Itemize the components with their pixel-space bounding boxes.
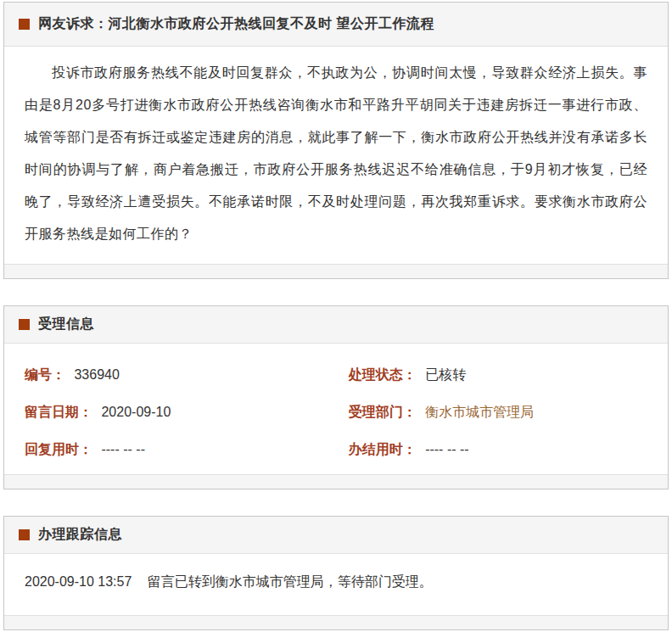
section-bullet-icon — [19, 19, 30, 30]
ticket-number-value: 336940 — [74, 367, 119, 382]
tracking-entry: 2020-09-10 13:57 留言已转到衡水市城市管理局，等待部门受理。 — [25, 573, 647, 591]
tracking-entry-time: 2020-09-10 13:57 — [25, 574, 132, 589]
completion-duration-label: 办结用时： — [349, 442, 417, 456]
processing-status-value: 已核转 — [425, 367, 466, 382]
complaint-card-body: 投诉市政府服务热线不能及时回复群众，不执政为公，协调时间太慢，导致群众经济上损失… — [4, 47, 668, 264]
field-accepting-department: 受理部门： 衡水市城市管理局 — [349, 403, 647, 422]
complaint-text: 投诉市政府服务热线不能及时回复群众，不执政为公，协调时间太慢，导致群众经济上损失… — [25, 57, 647, 250]
field-reply-duration: 回复用时： ---- -- -- — [25, 440, 349, 459]
acceptance-card-footer — [4, 474, 668, 489]
reply-duration-value: ---- -- -- — [101, 442, 145, 456]
tracking-entry-text: 留言已转到衡水市城市管理局，等待部门受理。 — [148, 574, 433, 589]
complaint-card-header: 网友诉求：河北衡水市政府公开热线回复不及时 望公开工作流程 — [4, 3, 668, 47]
complaint-title: 网友诉求：河北衡水市政府公开热线回复不及时 望公开工作流程 — [38, 15, 434, 33]
tracking-card-body: 2020-09-10 13:57 留言已转到衡水市城市管理局，等待部门受理。 — [4, 554, 668, 615]
section-bullet-icon — [19, 529, 30, 540]
ticket-number-label: 编号： — [25, 367, 65, 382]
accepting-department-link[interactable]: 衡水市城市管理局 — [425, 405, 534, 419]
tracking-card-header: 办理跟踪信息 — [4, 517, 668, 554]
field-message-date: 留言日期： 2020-09-10 — [25, 403, 349, 422]
tracking-card-footer — [4, 615, 668, 629]
acceptance-info-card: 受理信息 编号： 336940 处理状态： 已核转 留言日期： 2020-09-… — [3, 305, 669, 489]
message-date-value: 2020-09-10 — [101, 405, 171, 419]
field-completion-duration: 办结用时： ---- -- -- — [349, 440, 647, 459]
accepting-department-label: 受理部门： — [349, 405, 417, 419]
petition-detail-page: 网友诉求：河北衡水市政府公开热线回复不及时 望公开工作流程 投诉市政府服务热线不… — [0, 0, 672, 630]
reply-duration-label: 回复用时： — [25, 442, 92, 456]
processing-status-label: 处理状态： — [349, 367, 417, 382]
message-date-label: 留言日期： — [25, 405, 92, 419]
acceptance-card-header: 受理信息 — [4, 306, 668, 344]
field-ticket-number: 编号： 336940 — [25, 366, 349, 384]
complaint-card-footer — [4, 264, 668, 278]
section-bullet-icon — [19, 319, 30, 330]
acceptance-title: 受理信息 — [38, 316, 94, 333]
complaint-card: 网友诉求：河北衡水市政府公开热线回复不及时 望公开工作流程 投诉市政府服务热线不… — [3, 2, 669, 279]
acceptance-card-body: 编号： 336940 处理状态： 已核转 留言日期： 2020-09-10 受理… — [4, 344, 668, 474]
tracking-title: 办理跟踪信息 — [38, 526, 122, 544]
tracking-info-card: 办理跟踪信息 2020-09-10 13:57 留言已转到衡水市城市管理局，等待… — [3, 516, 669, 630]
field-processing-status: 处理状态： 已核转 — [349, 366, 647, 384]
completion-duration-value: ---- -- -- — [425, 442, 469, 456]
